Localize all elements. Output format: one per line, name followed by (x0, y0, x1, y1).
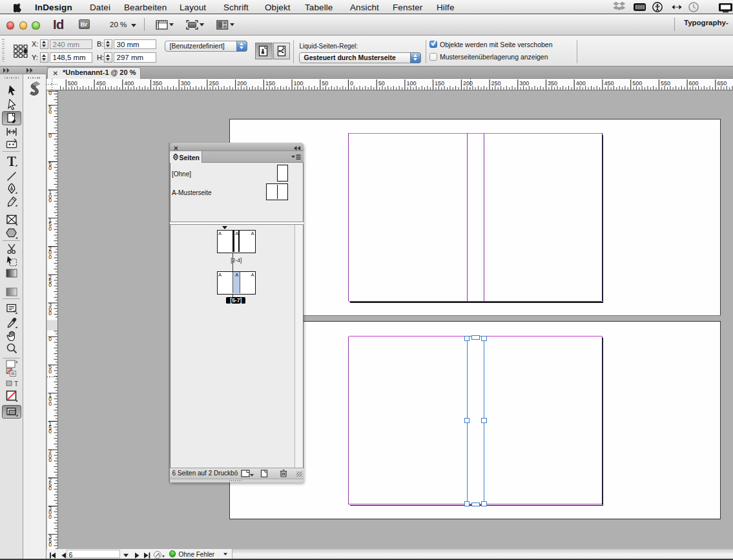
svg-text:0: 0 (48, 109, 52, 115)
svg-text:0: 0 (48, 310, 52, 316)
svg-text:0: 0 (48, 428, 52, 435)
svg-text:150: 150 (265, 80, 275, 87)
svg-text:0: 0 (48, 90, 52, 96)
svg-text:650: 650 (717, 80, 727, 87)
svg-text:250: 250 (209, 80, 218, 87)
svg-text:0: 0 (48, 254, 52, 260)
svg-text:550: 550 (661, 80, 670, 87)
svg-text:450: 450 (604, 80, 614, 87)
svg-text:500: 500 (632, 80, 642, 87)
svg-text:T: T (14, 380, 18, 388)
svg-text:0: 0 (48, 485, 52, 492)
svg-text:250: 250 (491, 80, 501, 87)
svg-text:400: 400 (124, 80, 134, 87)
svg-text:0: 0 (48, 457, 52, 463)
svg-text:0: 0 (48, 336, 52, 342)
svg-text:0: 0 (48, 400, 52, 407)
svg-text:0: 0 (48, 225, 52, 232)
svg-text:200: 200 (463, 80, 473, 87)
svg-text:100: 100 (406, 80, 416, 87)
svg-text:0: 0 (48, 165, 52, 171)
svg-text:50: 50 (322, 80, 328, 87)
svg-text:400: 400 (576, 80, 586, 87)
svg-text:350: 350 (152, 80, 162, 87)
svg-text:0: 0 (48, 541, 52, 548)
svg-text:0: 0 (48, 132, 52, 139)
svg-text:0: 0 (350, 80, 353, 87)
svg-text:450: 450 (96, 80, 106, 87)
svg-text:0: 0 (48, 282, 52, 288)
svg-text:150: 150 (435, 80, 444, 87)
svg-text:500: 500 (68, 80, 77, 87)
svg-text:0: 0 (48, 197, 52, 203)
svg-text:300: 300 (519, 80, 529, 87)
svg-text:200: 200 (237, 80, 247, 87)
svg-text:100: 100 (294, 80, 304, 87)
svg-text:0: 0 (48, 513, 52, 520)
svg-text:600: 600 (689, 80, 699, 87)
svg-text:50: 50 (378, 80, 385, 87)
svg-text:300: 300 (181, 80, 191, 87)
svg-text:350: 350 (548, 80, 557, 87)
svg-text:0: 0 (48, 368, 52, 375)
